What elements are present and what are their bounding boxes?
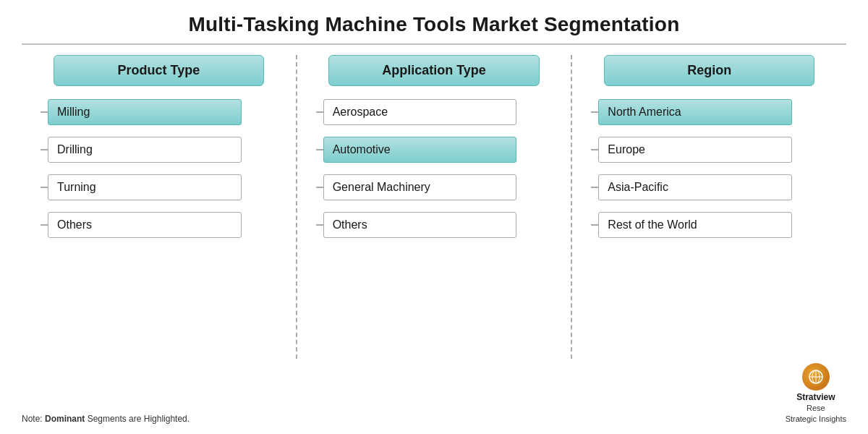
logo-area: Stratview Rese Strategic Insights: [786, 363, 846, 424]
divider: [22, 43, 846, 45]
item-label: Automotive: [323, 137, 517, 163]
list-item: Europe: [591, 137, 833, 163]
list-item: Rest of the World: [591, 212, 833, 238]
list-item: Drilling: [41, 137, 283, 163]
connector-dash: [41, 149, 48, 150]
connector-dash: [591, 111, 598, 113]
logo-svg: [808, 369, 824, 385]
list-item: Automotive: [316, 137, 558, 163]
column-region: RegionNorth AmericaEuropeAsia-PacificRes…: [571, 55, 846, 359]
footer-note: Note: Dominant Segments are Highlighted.: [22, 414, 190, 424]
item-label: Others: [48, 212, 242, 238]
item-label: Aerospace: [323, 99, 517, 125]
list-item: General Machinery: [316, 174, 558, 200]
header-application-type: Application Type: [328, 55, 539, 86]
connector-dash: [41, 224, 48, 226]
item-label: North America: [598, 99, 792, 125]
note-suffix: Segments are Highlighted.: [85, 414, 190, 424]
item-label: Milling: [48, 99, 242, 125]
logo-icon: [802, 363, 830, 391]
header-product-type: Product Type: [54, 55, 264, 86]
logo-tagline: Strategic Insights: [786, 414, 846, 423]
connector-dash: [316, 187, 323, 188]
list-item: Others: [316, 212, 558, 238]
logo-name-line1: Stratview: [796, 392, 835, 402]
item-label: Turning: [48, 174, 242, 200]
item-label: Others: [323, 212, 517, 238]
note-bold: Dominant: [45, 414, 85, 424]
item-label: Asia-Pacific: [598, 174, 792, 200]
connector-dash: [316, 149, 323, 150]
connector-dash: [591, 149, 598, 150]
connector-dash: [316, 111, 323, 113]
list-item: North America: [591, 99, 833, 125]
items-list-application-type: AerospaceAutomotiveGeneral MachineryOthe…: [310, 99, 558, 238]
item-label: Europe: [598, 137, 792, 163]
page-title: Multi-Tasking Machine Tools Market Segme…: [189, 13, 680, 36]
connector-dash: [591, 224, 598, 226]
logo-text: Stratview Rese Strategic Insights: [786, 392, 846, 424]
list-item: Turning: [41, 174, 283, 200]
column-product-type: Product TypeMillingDrillingTurningOthers: [22, 55, 296, 359]
columns-wrapper: Product TypeMillingDrillingTurningOthers…: [22, 55, 846, 359]
connector-dash: [316, 224, 323, 226]
list-item: Aerospace: [316, 99, 558, 125]
connector-dash: [41, 187, 48, 188]
list-item: Milling: [41, 99, 283, 125]
list-item: Asia-Pacific: [591, 174, 833, 200]
items-list-product-type: MillingDrillingTurningOthers: [35, 99, 283, 238]
page: Multi-Tasking Machine Tools Market Segme…: [0, 0, 868, 434]
item-label: Drilling: [48, 137, 242, 163]
list-item: Others: [41, 212, 283, 238]
header-region: Region: [604, 55, 814, 86]
column-application-type: Application TypeAerospaceAutomotiveGener…: [296, 55, 571, 359]
connector-dash: [591, 187, 598, 188]
item-label: Rest of the World: [598, 212, 792, 238]
items-list-region: North AmericaEuropeAsia-PacificRest of t…: [585, 99, 833, 238]
connector-dash: [41, 111, 48, 113]
item-label: General Machinery: [323, 174, 517, 200]
logo-name-line2: Rese: [807, 404, 825, 412]
note-prefix: Note:: [22, 414, 45, 424]
footer: Note: Dominant Segments are Highlighted.…: [22, 363, 846, 424]
